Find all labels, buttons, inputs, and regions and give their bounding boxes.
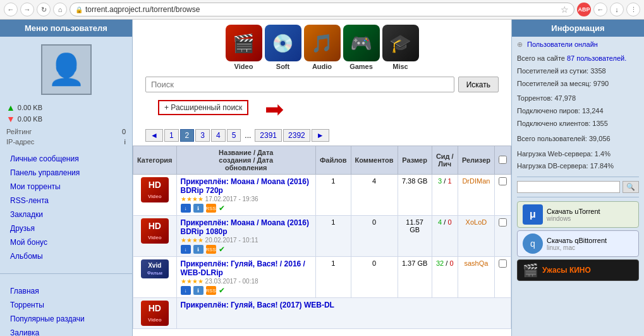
col-releaser[interactable]: Релизер — [458, 146, 494, 175]
sidebar-item-bookmarks[interactable]: Закладки — [0, 208, 132, 221]
row3-checkbox[interactable] — [499, 259, 507, 268]
row1-leeches: 1 — [447, 177, 451, 185]
category-games[interactable]: 🎮 Games — [343, 25, 380, 70]
mini-search-input[interactable] — [517, 181, 620, 193]
row1-releaser-link[interactable]: DrDIMan — [462, 177, 490, 185]
search-input[interactable] — [145, 77, 454, 92]
page-5-button[interactable]: 5 — [227, 129, 241, 142]
info-separator2 — [517, 197, 639, 197]
table-row: XvidФильм Прикреплён: Гуляй, Вася! / 201… — [133, 257, 511, 298]
download-icon2[interactable]: ↓ — [181, 245, 191, 254]
avatar: 👤 — [41, 44, 92, 95]
row3-leeches: 0 — [449, 259, 453, 267]
back2-button[interactable]: ← — [593, 3, 607, 16]
back-button[interactable]: ← — [4, 3, 18, 16]
download-icon3[interactable]: ↓ — [181, 286, 191, 295]
uzhas-button[interactable]: 🎬 Ужасы КИНО — [517, 259, 639, 281]
sidebar-item-bonus[interactable]: Мой бонус — [0, 235, 132, 249]
ip-label: IP-адрес — [6, 138, 34, 146]
info-stats: Всего на сайте 87 пользователей. Посетит… — [517, 53, 639, 173]
stat-db-val: 17.84% — [590, 162, 614, 170]
rss-icon2[interactable]: RSS — [206, 245, 216, 254]
sidebar-item-torrents[interactable]: Мои торренты — [0, 180, 132, 194]
col-files[interactable]: Файлов — [315, 146, 351, 175]
col-size[interactable]: Размер — [398, 146, 432, 175]
uzhas-label: Ужасы КИНО — [542, 266, 591, 275]
row4-title-link[interactable]: Прикреплён: Гуляй, Вася! (2017) WEB-DL — [181, 301, 334, 309]
url-text: torrent.aqproject.ru/torrent/browse — [85, 5, 558, 14]
row1-title-link[interactable]: Прикреплён: Моана / Moana (2016) BDRip 7… — [181, 177, 309, 195]
row2-checkbox[interactable] — [499, 218, 507, 227]
bookmark-star-icon[interactable]: ☆ — [561, 4, 569, 15]
sidebar-item-home[interactable]: Главная — [0, 284, 132, 298]
row3-releaser-link[interactable]: sashQa — [464, 259, 488, 267]
row3-seeds: 32 — [436, 259, 444, 267]
video-label: Video — [234, 63, 253, 70]
users-online-link[interactable]: Пользователи онлайн — [527, 40, 598, 48]
mini-search-bar: 🔍 — [517, 181, 639, 193]
row3-title-link[interactable]: Прикреплён: Гуляй, Вася! / 2016 / WEB-DL… — [181, 259, 305, 277]
qbittorrent-button[interactable]: q Скачать qBittorrent linux, mac — [517, 230, 639, 257]
forward-button[interactable]: → — [20, 3, 34, 16]
info-icon3[interactable]: ℹ — [193, 286, 204, 295]
pagination: ◄ 1 2 3 4 5 ... 2391 2392 ► — [133, 127, 511, 144]
category-misc[interactable]: 🎓 Misc — [382, 25, 419, 70]
sidebar-item-messages[interactable]: Личные сообщения — [0, 152, 132, 166]
info-icon[interactable]: ℹ — [193, 204, 204, 213]
category-icons: 🎬 Video 💿 Soft 🎵 Audio 🎮 Game — [133, 20, 511, 73]
menu-button[interactable]: ⋮ — [626, 3, 640, 16]
home-button[interactable]: ⌂ — [53, 3, 67, 16]
page-1-button[interactable]: 1 — [164, 129, 179, 142]
sidebar-item-albums[interactable]: Альбомы — [0, 249, 132, 263]
stat-clients-label: Подключено клиентов: — [517, 120, 592, 127]
page-3-button[interactable]: 3 — [195, 129, 210, 142]
rss-icon[interactable]: RSS — [206, 204, 216, 213]
rss-icon3[interactable]: RSS — [206, 286, 216, 295]
row1-checkbox[interactable] — [499, 177, 507, 185]
download-value: 0.00 KB — [18, 115, 42, 123]
sidebar-item-panel[interactable]: Панель управления — [0, 166, 132, 180]
page-2391-button[interactable]: 2391 — [255, 129, 282, 142]
advanced-search[interactable]: + Расширенный поиск — [158, 100, 248, 115]
stat-web-label: Нагрузка Web-сервера: — [517, 150, 595, 158]
prev-page-button[interactable]: ◄ — [145, 129, 163, 142]
search-button[interactable]: Искать — [458, 77, 499, 92]
refresh-button[interactable]: ↻ — [37, 3, 51, 16]
sidebar-item-upload[interactable]: Заливка — [0, 326, 132, 336]
col-title[interactable]: Название / Датасоздания / Датаобновления — [176, 146, 315, 175]
stat-torrents-label: Торрентов: — [517, 94, 554, 102]
row3-files: 1 — [315, 257, 351, 298]
col-comments[interactable]: Комментов — [351, 146, 398, 175]
download-icon[interactable]: ↓ — [181, 204, 191, 213]
row2-comments: 0 — [351, 216, 398, 257]
mini-search-button[interactable]: 🔍 — [623, 181, 639, 193]
sidebar-item-rss[interactable]: RSS-лента — [0, 194, 132, 208]
sidebar-item-torrents-main[interactable]: Торренты — [0, 298, 132, 312]
row3-seedleech: 32 / 0 — [432, 257, 458, 298]
col-seed-leech[interactable]: Сид / Лич — [432, 146, 458, 175]
category-video[interactable]: 🎬 Video — [226, 25, 262, 70]
stat-total-link[interactable]: 87 пользователей. — [567, 54, 626, 62]
info-separator — [517, 177, 639, 177]
browser-chrome: ← → ↻ ⌂ 🔒 torrent.aqproject.ru/torrent/b… — [0, 0, 644, 20]
download-button[interactable]: ↓ — [610, 3, 624, 16]
page-2392-button[interactable]: 2392 — [283, 129, 310, 142]
row2-title-link[interactable]: Прикреплён: Моана / Moana (2016) BDRip 1… — [181, 218, 309, 236]
page-2-button[interactable]: 2 — [180, 129, 195, 142]
utorrent-button[interactable]: μ Скачать uTorrent windows — [517, 201, 639, 228]
sidebar-item-friends[interactable]: Друзья — [0, 221, 132, 235]
row2-releaser-link[interactable]: XoLoD — [466, 218, 487, 226]
address-bar[interactable]: 🔒 torrent.aqproject.ru/torrent/browse ☆ — [70, 3, 574, 16]
page-4-button[interactable]: 4 — [211, 129, 226, 142]
next-page-button[interactable]: ► — [312, 129, 329, 142]
select-all-checkbox[interactable] — [499, 156, 507, 164]
hd-badge: HDVideo — [141, 177, 169, 202]
row4-category: HDVideo — [133, 298, 177, 329]
info-icon2[interactable]: ℹ — [193, 245, 204, 254]
row3-stars: ★★★★ — [181, 278, 204, 285]
soft-label: Soft — [276, 63, 289, 70]
category-soft[interactable]: 💿 Soft — [265, 25, 301, 70]
abp-button[interactable]: ABP — [577, 3, 591, 16]
category-audio[interactable]: 🎵 Audio — [304, 25, 341, 70]
sidebar-item-popular[interactable]: Популярные раздачи — [0, 312, 132, 326]
